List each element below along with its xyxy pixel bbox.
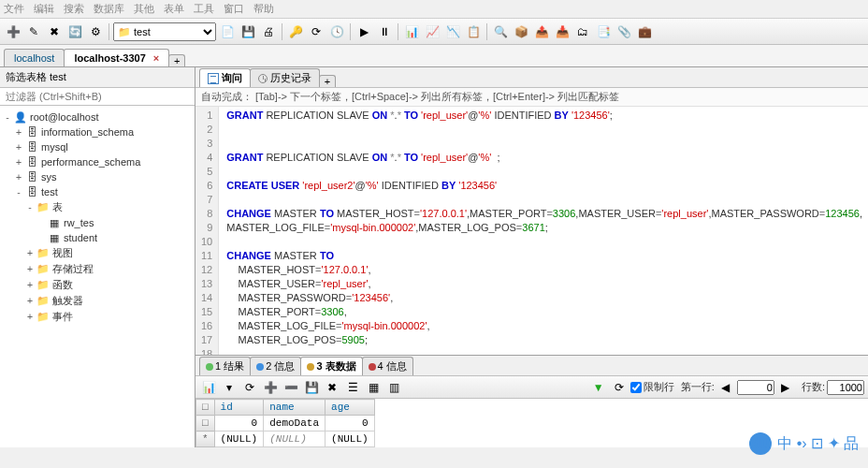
toolbar-button[interactable]: ⚙: [86, 22, 105, 41]
toolbar-button[interactable]: 📉: [443, 22, 462, 41]
cell[interactable]: (NULL): [326, 431, 375, 447]
toolbar-button[interactable]: 💾: [239, 22, 257, 41]
toolbar-button[interactable]: 🗂: [573, 22, 592, 41]
grid-tool-button[interactable]: ➕: [261, 378, 280, 397]
menu-item[interactable]: 表单: [164, 2, 184, 16]
toolbar-button[interactable]: 🔍: [491, 22, 510, 41]
tree-folder[interactable]: +📁事件: [2, 309, 193, 325]
grid-tool-button[interactable]: 📊: [199, 378, 218, 397]
cell[interactable]: (NULL): [214, 431, 264, 447]
tree-folder[interactable]: +📁触发器: [2, 293, 193, 309]
toolbar-button[interactable]: ⏸: [375, 22, 394, 41]
connection-tab[interactable]: localhost-3307×: [64, 49, 169, 66]
column-header[interactable]: age: [326, 400, 375, 416]
tree-root[interactable]: -👤root@localhost: [2, 110, 193, 124]
result-tab[interactable]: 1 结果: [199, 357, 251, 375]
toolbar-button[interactable]: 🕓: [327, 22, 346, 41]
select-all-checkbox[interactable]: □: [196, 400, 215, 416]
cell[interactable]: (NULL): [264, 431, 326, 447]
menu-item[interactable]: 帮助: [253, 2, 274, 16]
tree-database[interactable]: -🗄test: [2, 184, 193, 199]
code-area[interactable]: GRANT REPLICATION SLAVE ON *.* TO 'repl_…: [219, 107, 868, 355]
close-icon[interactable]: ×: [153, 52, 159, 64]
menu-item[interactable]: 工具: [194, 2, 214, 16]
column-header[interactable]: id: [214, 400, 264, 416]
row-marker[interactable]: □: [196, 416, 215, 431]
editor-tab[interactable]: 询问: [199, 68, 251, 87]
assistant-icon[interactable]: 中: [777, 435, 792, 451]
menu-item[interactable]: 搜索: [64, 2, 84, 16]
sql-editor[interactable]: 123456789101112131415161718192021 GRANT …: [195, 107, 868, 355]
filter-input[interactable]: [0, 88, 195, 106]
add-editor-tab[interactable]: +: [319, 75, 336, 87]
next-page-button[interactable]: ▶: [776, 378, 795, 397]
toolbar-button[interactable]: ⟳: [307, 22, 326, 41]
prev-page-button[interactable]: ◀: [716, 378, 735, 397]
result-tab[interactable]: 2 信息: [250, 357, 301, 375]
database-selector[interactable]: 📁 test: [113, 22, 216, 41]
grid-tool-button[interactable]: ☰: [343, 378, 362, 397]
assistant-icon[interactable]: ✦: [828, 435, 840, 451]
toolbar-button[interactable]: ✖: [45, 22, 64, 41]
grid-tool-button[interactable]: ⟳: [240, 378, 259, 397]
menu-item[interactable]: 窗口: [224, 2, 244, 16]
toolbar-button[interactable]: 📦: [512, 22, 530, 41]
row-marker[interactable]: *: [196, 431, 215, 447]
tree-folder[interactable]: +📁视图: [2, 245, 193, 261]
menu-item[interactable]: 编辑: [34, 2, 54, 16]
table-row[interactable]: □0demoData0: [196, 416, 375, 431]
rows-input[interactable]: [827, 380, 864, 395]
tree-database[interactable]: +🗄information_schema: [2, 124, 193, 139]
toolbar-button[interactable]: 📥: [553, 22, 571, 41]
assistant-floating-bar[interactable]: du 中 •› ⊡ ✦ 品: [749, 432, 859, 455]
menu-item[interactable]: 其他: [134, 2, 154, 16]
first-row-input[interactable]: [737, 380, 774, 395]
toolbar-button[interactable]: 🔑: [286, 22, 305, 41]
refresh-icon[interactable]: ⟳: [610, 378, 629, 397]
assistant-icon[interactable]: •›: [797, 435, 807, 451]
tree-table[interactable]: ▦student: [2, 230, 193, 245]
toolbar-button[interactable]: 📄: [218, 22, 237, 41]
du-icon[interactable]: du: [749, 432, 772, 455]
cell[interactable]: 0: [326, 416, 375, 431]
assistant-icon[interactable]: 品: [844, 435, 859, 451]
toolbar-button[interactable]: 🔄: [65, 22, 84, 41]
column-header[interactable]: name: [264, 400, 326, 416]
table-row[interactable]: *(NULL)(NULL)(NULL): [196, 431, 375, 447]
tree-database[interactable]: +🗄mysql: [2, 139, 193, 154]
grid-tool-button[interactable]: ✖: [323, 378, 341, 397]
menu-item[interactable]: 文件: [4, 2, 24, 16]
assistant-icon[interactable]: ⊡: [811, 435, 823, 451]
grid-tool-button[interactable]: ▦: [364, 378, 383, 397]
toolbar-button[interactable]: 📑: [594, 22, 613, 41]
limit-rows-checkbox[interactable]: [630, 382, 642, 393]
tree-folder[interactable]: +📁存储过程: [2, 261, 193, 277]
result-tab[interactable]: 3 表数据: [300, 357, 362, 375]
toolbar-button[interactable]: 📋: [464, 22, 483, 41]
tree-database[interactable]: +🗄performance_schema: [2, 154, 193, 169]
toolbar-button[interactable]: 💼: [635, 22, 654, 41]
editor-tab[interactable]: 历史记录: [250, 68, 320, 87]
tree-folder[interactable]: +📁函数: [2, 277, 193, 293]
filter-icon[interactable]: ▼: [589, 378, 608, 397]
toolbar-button[interactable]: 🖨: [259, 22, 278, 41]
toolbar-button[interactable]: 📎: [615, 22, 633, 41]
tree-tables-folder[interactable]: -📁表: [2, 199, 193, 215]
add-tab-button[interactable]: +: [168, 54, 185, 66]
grid-tool-button[interactable]: ➖: [282, 378, 300, 397]
toolbar-button[interactable]: 📊: [402, 22, 421, 41]
menu-item[interactable]: 数据库: [94, 2, 124, 16]
tree-table[interactable]: ▦rw_tes: [2, 215, 193, 230]
toolbar-button[interactable]: ✎: [24, 22, 43, 41]
result-tab[interactable]: 4 信息: [362, 357, 413, 375]
toolbar-button[interactable]: ▶: [354, 22, 373, 41]
toolbar-button[interactable]: 📈: [423, 22, 441, 41]
connection-tab[interactable]: localhost: [4, 49, 65, 66]
toolbar-button[interactable]: 📤: [532, 22, 551, 41]
grid-tool-button[interactable]: ▾: [220, 378, 239, 397]
toolbar-button[interactable]: ➕: [4, 22, 22, 41]
cell[interactable]: demoData: [264, 416, 326, 431]
grid-tool-button[interactable]: ▥: [384, 378, 403, 397]
cell[interactable]: 0: [214, 416, 264, 431]
grid-tool-button[interactable]: 💾: [302, 378, 321, 397]
